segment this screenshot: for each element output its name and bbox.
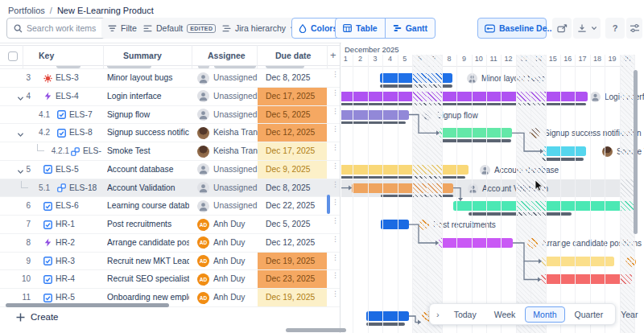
- table-row[interactable]: 5ELS-5Account databaseUnassignedDec 9, 2…: [0, 161, 340, 179]
- due-date-cell[interactable]: Dec 5, 2025: [258, 216, 327, 233]
- due-date-cell[interactable]: Dec 8, 2025: [258, 179, 327, 197]
- table-row[interactable]: 7HR-1Post recruitmentsADAnh DuyDec 5, 20…: [0, 216, 340, 234]
- table-row[interactable]: 9HR-3Recruit new MKT LeaderADAnh DuyDec …: [0, 253, 340, 271]
- due-date-cell[interactable]: Dec 8, 2025: [258, 69, 327, 87]
- row-menu-button[interactable]: ⋮: [332, 183, 336, 187]
- column-header-summary[interactable]: Summary: [123, 51, 162, 60]
- due-date-cell[interactable]: Dec 19, 2025: [258, 289, 327, 306]
- issue-key[interactable]: ELS-: [83, 146, 101, 155]
- summary-cell[interactable]: Recruit SEO specialist: [107, 274, 189, 283]
- issue-key[interactable]: ELS-6: [56, 201, 79, 210]
- select-all-checkbox[interactable]: [8, 51, 18, 61]
- gantt-view-button[interactable]: Gantt: [385, 18, 435, 38]
- gantt-bar[interactable]: [541, 274, 632, 284]
- export-button[interactable]: [573, 18, 601, 39]
- due-date-cell[interactable]: Dec 17, 2025: [258, 88, 327, 105]
- due-date-cell[interactable]: Dec 5, 2025: [258, 106, 327, 124]
- assignee-name[interactable]: Unassigned: [213, 73, 257, 82]
- row-menu-button[interactable]: ⋮: [332, 237, 336, 241]
- column-header-assignee[interactable]: Assignee: [208, 51, 246, 60]
- table-view-button[interactable]: Table: [336, 18, 385, 38]
- assignee-name[interactable]: Anh Duy: [213, 220, 246, 228]
- assignee-name[interactable]: Unassigned: [213, 201, 257, 210]
- summary-cell[interactable]: Onboarding new employ...: [107, 293, 189, 302]
- table-row[interactable]: 4.2ELS-8Signup success notificati...Keis…: [0, 124, 340, 142]
- table-row[interactable]: 6ELS-6Learning course databaseUnassigned…: [0, 197, 340, 216]
- timescale-option-today[interactable]: Today: [446, 306, 485, 323]
- summary-cell[interactable]: Login interface: [107, 92, 189, 101]
- summary-cell[interactable]: Signup flow: [107, 110, 189, 119]
- assignee-name[interactable]: Keisha Tran: [213, 128, 258, 137]
- gantt-vertical-scrollbar[interactable]: [634, 70, 638, 234]
- row-menu-button[interactable]: ⋮: [332, 273, 336, 278]
- due-date-cell[interactable]: Dec 9, 2025: [258, 161, 327, 179]
- issue-key[interactable]: ELS-7: [69, 110, 93, 119]
- due-date-cell[interactable]: Dec 22, 2025: [258, 197, 327, 215]
- gantt-bar[interactable]: [543, 146, 586, 156]
- issue-key[interactable]: HR-5: [56, 293, 75, 302]
- due-date-cell[interactable]: Dec 12, 2025: [258, 124, 327, 142]
- assignee-name[interactable]: Unassigned: [213, 165, 257, 174]
- issue-key[interactable]: ELS-4: [56, 92, 79, 101]
- summary-cell[interactable]: Recruit new MKT Leader: [107, 257, 189, 265]
- summary-cell[interactable]: Account Validation: [107, 183, 189, 192]
- breadcrumb-portfolios[interactable]: Portfolios: [8, 6, 45, 15]
- column-header-due-date[interactable]: Due date: [275, 51, 311, 60]
- timescale-option-quarter[interactable]: Quarter: [567, 306, 612, 323]
- issue-key[interactable]: ELS-18: [69, 183, 97, 192]
- gantt-bar[interactable]: [542, 257, 614, 266]
- due-date-cell[interactable]: Dec 19, 2025: [258, 253, 327, 270]
- summary-cell[interactable]: Account database: [107, 165, 189, 174]
- gantt-bar[interactable]: [341, 110, 409, 120]
- summary-cell[interactable]: Signup success notificati...: [107, 128, 189, 137]
- help-button[interactable]: ?: [605, 18, 625, 39]
- gantt-bar[interactable]: [341, 165, 469, 175]
- row-menu-button[interactable]: ⋮: [332, 200, 336, 204]
- page-horizontal-scrollbar[interactable]: [286, 328, 346, 332]
- gantt-bar[interactable]: [366, 311, 409, 321]
- breadcrumb-current[interactable]: New E-Learning Product: [57, 6, 154, 15]
- summary-cell[interactable]: Post recruitments: [107, 220, 189, 228]
- timescale-option-month[interactable]: Month: [525, 306, 564, 323]
- row-menu-button[interactable]: ⋮: [332, 164, 336, 168]
- issue-key[interactable]: HR-4: [56, 274, 75, 283]
- row-menu-button[interactable]: ⋮: [332, 127, 336, 131]
- row-menu-button[interactable]: ⋮: [332, 219, 336, 223]
- assignee-name[interactable]: Unassigned: [213, 110, 257, 119]
- due-date-cell[interactable]: Dec 23, 2025: [258, 270, 327, 288]
- column-header-key[interactable]: Key: [39, 51, 54, 60]
- assignee-name[interactable]: Anh Duy: [213, 238, 246, 247]
- timescale-option-week[interactable]: Week: [486, 306, 524, 323]
- due-date-cell[interactable]: Dec 12, 2025: [258, 234, 327, 252]
- summary-cell[interactable]: Arrange candidate positi...: [107, 238, 189, 247]
- table-row[interactable]: 5.1ELS-18Account ValidationUnassignedDec…: [0, 179, 340, 198]
- row-menu-button[interactable]: ⋮: [332, 292, 336, 296]
- table-row[interactable]: 3ELS-3Minor layout bugsUnassignedDec 8, …: [0, 69, 340, 88]
- add-column-button[interactable]: +: [330, 49, 336, 61]
- summary-cell[interactable]: Smoke Test: [107, 146, 189, 155]
- row-menu-button[interactable]: ⋮: [332, 146, 336, 150]
- table-row[interactable]: 8HR-2Arrange candidate positi...ADAnh Du…: [0, 234, 340, 253]
- timescale-option-year[interactable]: Year: [613, 306, 644, 323]
- issue-key[interactable]: HR-1: [56, 220, 75, 228]
- row-menu-button[interactable]: ⋮: [332, 109, 336, 113]
- assignee-name[interactable]: Anh Duy: [213, 257, 246, 265]
- hierarchy-dropdown[interactable]: Jira hierarchy: [216, 18, 303, 39]
- assignee-name[interactable]: Unassigned: [213, 92, 257, 101]
- create-button[interactable]: Create: [16, 312, 59, 322]
- issue-key[interactable]: ELS-3: [56, 73, 79, 82]
- table-row[interactable]: 4.1ELS-7Signup flowUnassignedDec 5, 2025…: [0, 106, 340, 125]
- settings-button[interactable]: [626, 18, 642, 39]
- table-row[interactable]: 4ELS-4Login interfaceUnassignedDec 17, 2…: [0, 88, 340, 106]
- expand-chevron-icon[interactable]: [17, 130, 24, 139]
- baseline-dropdown[interactable]: Baseline De...: [477, 18, 547, 39]
- collapse-switcher-chevron[interactable]: ›: [436, 310, 440, 319]
- due-date-cell[interactable]: Dec 17, 2025: [258, 142, 327, 160]
- table-horizontal-scrollbar[interactable]: [6, 303, 169, 307]
- assignee-name[interactable]: Keisha Tran: [213, 146, 258, 155]
- summary-cell[interactable]: Minor layout bugs: [107, 73, 189, 82]
- assignee-name[interactable]: Anh Duy: [213, 274, 246, 283]
- row-menu-button[interactable]: ⋮: [332, 256, 336, 260]
- assignee-name[interactable]: Anh Duy: [213, 293, 246, 302]
- summary-cell[interactable]: Learning course database: [107, 201, 189, 210]
